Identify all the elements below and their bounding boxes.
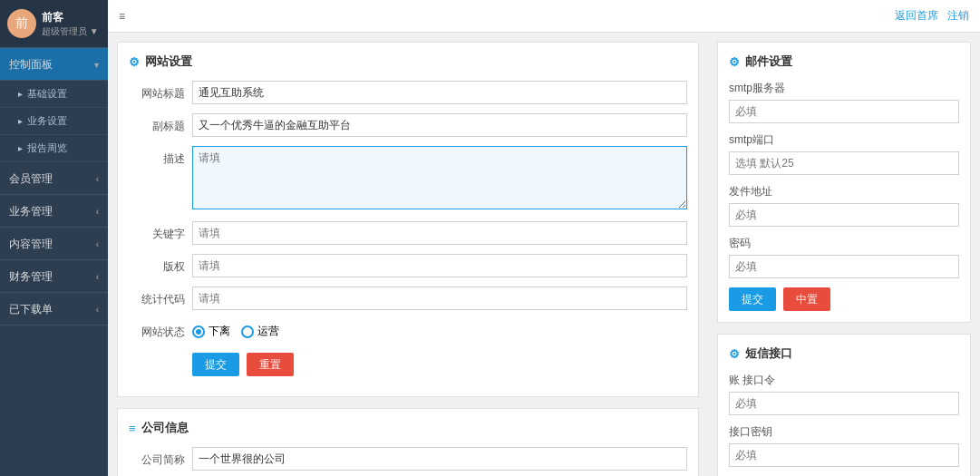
email-submit-button[interactable]: 提交	[729, 287, 776, 311]
stats-input[interactable]	[192, 287, 687, 310]
slogan-row: 副标题	[129, 113, 687, 137]
radio-circle-online	[241, 325, 254, 338]
keywords-label: 关键字	[129, 221, 192, 242]
smtp-server-input[interactable]	[729, 100, 959, 123]
keywords-row: 关键字	[129, 221, 687, 245]
company-icon: ≡	[129, 422, 136, 435]
sidebar: 前 前客 超级管理员 ▼ 控制面板 ▾ 基础设置 业务设置 报告周览 会员管理 …	[0, 0, 108, 476]
desc-label: 描述	[129, 146, 192, 167]
sms-settings-title: ⚙ 短信接口	[729, 345, 959, 362]
content-area: ⚙ 网站设置 网站标题 副标题	[108, 33, 980, 476]
copyright-label: 版权	[129, 254, 192, 275]
sender-input[interactable]	[729, 203, 959, 227]
api-secret-input[interactable]	[729, 443, 959, 467]
chevron-right-icon: ‹	[96, 174, 99, 184]
avatar: 前	[7, 9, 36, 38]
sidebar-item-business[interactable]: 业务管理 ‹	[0, 195, 108, 228]
chevron-right-icon: ‹	[96, 272, 99, 282]
desc-textarea[interactable]	[192, 146, 687, 209]
api-secret-label: 接口密钥	[729, 424, 959, 440]
status-label: 网站状态	[129, 319, 192, 340]
website-settings-card: ⚙ 网站设置 网站标题 副标题	[117, 42, 699, 397]
sidebar-item-content[interactable]: 内容管理 ‹	[0, 228, 108, 260]
company-info-title: ≡ 公司信息	[129, 420, 687, 436]
topbar: ≡ 返回首席 注销	[108, 0, 980, 33]
api-key-input[interactable]	[729, 392, 959, 415]
company-name-label: 公司简称	[129, 447, 192, 468]
site-title-label: 网站标题	[129, 81, 192, 102]
radio-circle-offline	[192, 325, 205, 338]
main-wrapper: ≡ 返回首席 注销 ⚙ 网站设置 网站标题	[108, 0, 980, 476]
sidebar-user-section: 前 前客 超级管理员 ▼	[0, 0, 108, 48]
site-title-row: 网站标题	[129, 81, 687, 104]
company-name-input[interactable]	[192, 447, 687, 471]
copyright-row: 版权	[129, 254, 687, 277]
sidebar-item-business-settings[interactable]: 业务设置	[0, 108, 108, 135]
password-label: 密码	[729, 236, 959, 251]
smtp-server-label: smtp服务器	[729, 81, 959, 96]
sidebar-item-member[interactable]: 会员管理 ‹	[0, 162, 108, 195]
slogan-label: 副标题	[129, 113, 192, 134]
email-reset-button[interactable]: 中置	[783, 287, 830, 311]
sidebar-item-basic-settings[interactable]: 基础设置	[0, 81, 108, 108]
slogan-input[interactable]	[192, 113, 687, 137]
topbar-back-link[interactable]: 返回首席	[895, 8, 938, 24]
topbar-logout-link[interactable]: 注销	[947, 8, 969, 24]
sidebar-item-report-overview[interactable]: 报告周览	[0, 135, 108, 162]
sidebar-role: 超级管理员 ▼	[42, 25, 99, 38]
sidebar-nav: 控制面板 ▾ 基础设置 业务设置 报告周览 会员管理 ‹ 业务管理 ‹ 内容管理…	[0, 48, 108, 476]
site-title-input[interactable]	[192, 81, 687, 104]
settings-icon: ⚙	[129, 55, 140, 69]
keywords-input[interactable]	[192, 221, 687, 245]
right-panel: ⚙ 邮件设置 smtp服务器 smtp端口 发件地址 密码	[708, 33, 980, 476]
company-name-row: 公司简称	[129, 447, 687, 471]
website-settings-title: ⚙ 网站设置	[129, 53, 687, 70]
chevron-down-icon: ▾	[94, 60, 99, 70]
status-radio-offline[interactable]: 下离	[192, 324, 230, 339]
smtp-port-label: smtp端口	[729, 132, 959, 148]
sidebar-item-download[interactable]: 已下载单 ‹	[0, 293, 108, 325]
sidebar-item-dashboard[interactable]: 控制面板 ▾	[0, 48, 108, 81]
sidebar-item-finance[interactable]: 财务管理 ‹	[0, 260, 108, 293]
status-radio-online[interactable]: 运营	[241, 324, 279, 339]
smtp-port-input[interactable]	[729, 151, 959, 175]
email-settings-card: ⚙ 邮件设置 smtp服务器 smtp端口 发件地址 密码	[717, 42, 971, 323]
website-submit-button[interactable]: 提交	[192, 353, 239, 376]
chevron-right-icon: ‹	[96, 305, 99, 315]
sms-icon: ⚙	[729, 347, 740, 361]
menu-icon: ≡	[119, 10, 125, 23]
website-buttons-row: 提交 重置	[129, 349, 687, 376]
password-input[interactable]	[729, 255, 959, 278]
api-key-label: 账 接口令	[729, 373, 959, 388]
status-row: 网站状态 下离 运营	[129, 319, 687, 340]
sidebar-username: 前客	[42, 10, 99, 25]
stats-label: 统计代码	[129, 287, 192, 307]
stats-row: 统计代码	[129, 287, 687, 310]
desc-row: 描述	[129, 146, 687, 212]
sms-settings-card: ⚙ 短信接口 账 接口令 接口密钥 提交 重置	[717, 334, 971, 476]
email-settings-title: ⚙ 邮件设置	[729, 53, 959, 70]
website-reset-button[interactable]: 重置	[247, 353, 294, 376]
chevron-right-icon: ‹	[96, 239, 99, 249]
sender-label: 发件地址	[729, 184, 959, 199]
status-radio-group: 下离 运营	[192, 319, 687, 339]
chevron-right-icon: ‹	[96, 207, 99, 217]
company-info-card: ≡ 公司信息 公司简称 公司地址	[117, 408, 699, 476]
email-icon: ⚙	[729, 55, 740, 69]
copyright-input[interactable]	[192, 254, 687, 277]
main-panel: ⚙ 网站设置 网站标题 副标题	[108, 33, 708, 476]
